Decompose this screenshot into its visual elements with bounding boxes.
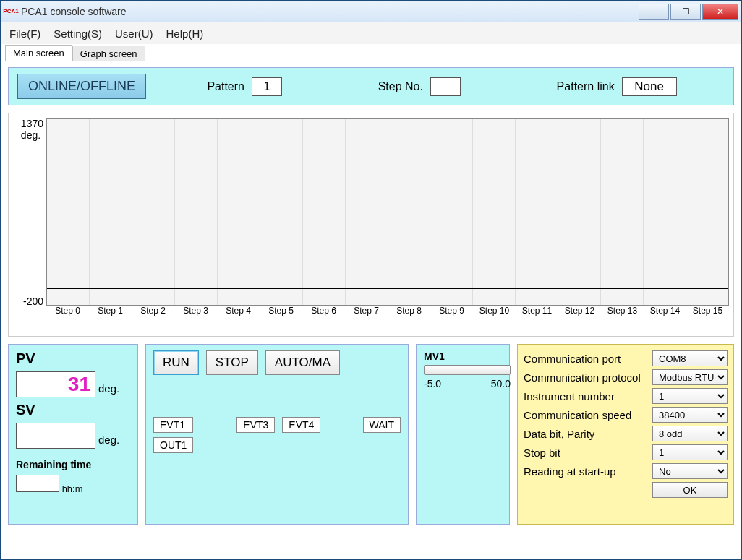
step-no-label: Step No.: [378, 80, 423, 93]
sv-value: [16, 423, 95, 449]
comm-protocol-select[interactable]: Modbus RTU: [652, 369, 728, 385]
pattern-label: Pattern: [207, 80, 244, 93]
pv-value: 31: [16, 371, 95, 397]
chart-plot-area: [46, 118, 729, 306]
x-tick: Step 12: [558, 306, 601, 320]
mv1-label: MV1: [424, 350, 502, 362]
app-icon: PCA1: [4, 5, 18, 18]
x-tick: Step 10: [473, 306, 516, 320]
remaining-time-label: Remaining time: [16, 459, 130, 470]
comm-protocol-label: Communication protocol: [524, 371, 648, 384]
instrument-number-select[interactable]: 1: [652, 388, 728, 404]
tab-graph-screen[interactable]: Graph screen: [72, 46, 145, 61]
menu-file[interactable]: File(F): [9, 27, 40, 40]
top-panel: ONLINE/OFFLINE Pattern Step No. Pattern …: [8, 67, 734, 105]
mv-panel: MV1 -5.0 50.0: [416, 344, 510, 525]
chart-panel: 1370 deg. -200 Step 0Step 1Step 2Step 3S…: [8, 113, 734, 337]
y-tick-top: 1370: [21, 118, 43, 129]
evt3-indicator: EVT3: [236, 417, 275, 433]
x-tick: Step 3: [174, 306, 217, 320]
mv1-bar: [424, 365, 511, 375]
x-tick: Step 8: [388, 306, 430, 320]
sv-unit: deg.: [98, 434, 119, 446]
comm-port-select[interactable]: COM8: [652, 350, 728, 366]
x-tick: Step 5: [260, 306, 302, 320]
remaining-time-unit: hh:m: [62, 483, 83, 494]
x-tick: Step 7: [345, 306, 388, 320]
pattern-link-label: Pattern link: [557, 80, 615, 93]
out1-indicator: OUT1: [153, 437, 193, 453]
minimize-button[interactable]: —: [639, 4, 669, 20]
wait-indicator: WAIT: [363, 417, 401, 433]
menu-setting[interactable]: Setting(S): [54, 27, 102, 40]
tab-main-screen[interactable]: Main screen: [5, 45, 72, 61]
tab-strip: Main screen Graph screen: [1, 44, 741, 61]
data-bit-parity-select[interactable]: 8 odd: [652, 426, 728, 441]
x-tick: Step 6: [302, 306, 345, 320]
maximize-button[interactable]: ☐: [670, 4, 701, 20]
mv1-max: 50.0: [491, 378, 511, 389]
pattern-input[interactable]: [252, 77, 282, 96]
y-tick-bottom: -200: [23, 296, 43, 307]
x-tick: Step 14: [644, 306, 686, 320]
instrument-number-label: Instrument number: [524, 390, 648, 402]
data-bit-parity-label: Data bit, Parity: [524, 428, 648, 440]
pv-unit: deg.: [98, 382, 119, 395]
titlebar: PCA1 PCA1 console software — ☐ ✕: [1, 1, 741, 22]
evt1-indicator: EVT1: [153, 417, 193, 433]
reading-startup-select[interactable]: No: [652, 463, 728, 479]
x-tick: Step 2: [132, 306, 174, 320]
pv-label: PV: [16, 350, 130, 367]
remaining-time-value: [16, 475, 59, 492]
stop-bit-select[interactable]: 1: [652, 444, 728, 460]
pattern-link-input[interactable]: [622, 77, 677, 96]
x-tick: Step 13: [601, 306, 644, 320]
stop-bit-label: Stop bit: [524, 447, 648, 459]
control-panel: RUN STOP AUTO/MA EVT1 OUT1 EVT3 EVT4 W: [145, 344, 409, 525]
y-unit: deg.: [21, 129, 43, 141]
comm-port-label: Communication port: [524, 353, 648, 365]
window-title: PCA1 console software: [21, 6, 127, 17]
x-tick: Step 15: [686, 306, 729, 320]
comm-speed-label: Communication speed: [524, 409, 648, 421]
menu-help[interactable]: Help(H): [166, 27, 204, 40]
step-no-input[interactable]: [430, 77, 461, 96]
pv-sv-panel: PV 31 deg. SV deg. Remaining time hh:m: [8, 344, 138, 525]
x-tick: Step 4: [217, 306, 260, 320]
chart-baseline: [47, 288, 728, 289]
ok-button[interactable]: OK: [652, 482, 728, 498]
stop-button[interactable]: STOP: [206, 350, 258, 375]
evt4-indicator: EVT4: [282, 417, 320, 433]
x-tick: Step 9: [430, 306, 473, 320]
x-tick: Step 0: [46, 306, 89, 320]
close-button[interactable]: ✕: [702, 4, 738, 20]
menubar: File(F) Setting(S) User(U) Help(H): [1, 22, 741, 44]
communication-config-panel: Communication port COM8 Communication pr…: [517, 344, 734, 525]
auto-ma-button[interactable]: AUTO/MA: [265, 350, 340, 375]
run-button[interactable]: RUN: [153, 350, 199, 375]
x-tick: Step 11: [516, 306, 558, 320]
online-offline-button[interactable]: ONLINE/OFFLINE: [17, 74, 146, 99]
mv1-min: -5.0: [424, 378, 441, 389]
reading-startup-label: Reading at start-up: [524, 465, 648, 478]
menu-user[interactable]: User(U): [115, 27, 153, 40]
x-tick: Step 1: [89, 306, 132, 320]
sv-label: SV: [16, 402, 130, 418]
comm-speed-select[interactable]: 38400: [652, 407, 728, 423]
